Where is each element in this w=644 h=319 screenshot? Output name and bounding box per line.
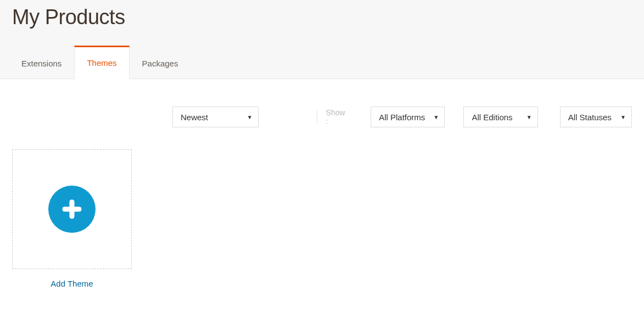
edition-value: All Editions xyxy=(472,113,512,122)
sort-select[interactable]: Newest ▼ xyxy=(172,107,259,127)
plus-icon xyxy=(60,197,84,221)
status-value: All Statuses xyxy=(568,113,612,122)
status-select[interactable]: All Statuses ▼ xyxy=(560,107,632,127)
plus-circle-icon xyxy=(48,186,96,233)
filters-row: Newest ▼ Show : All Platforms ▼ All Edit… xyxy=(0,79,644,149)
tab-themes[interactable]: Themes xyxy=(74,46,129,79)
tab-packages[interactable]: Packages xyxy=(130,46,191,79)
caret-down-icon: ▼ xyxy=(527,114,532,120)
themes-grid: Add Theme xyxy=(0,149,644,305)
caret-down-icon: ▼ xyxy=(247,114,253,120)
platform-select[interactable]: All Platforms ▼ xyxy=(371,107,445,127)
add-theme-box xyxy=(12,149,132,269)
caret-down-icon: ▼ xyxy=(620,114,626,120)
caret-down-icon: ▼ xyxy=(433,114,439,120)
add-theme-caption: Add Theme xyxy=(51,279,93,288)
add-theme-card[interactable]: Add Theme xyxy=(12,149,132,288)
sort-value: Newest xyxy=(181,113,208,122)
tab-extensions[interactable]: Extensions xyxy=(9,46,74,79)
edition-select[interactable]: All Editions ▼ xyxy=(463,107,537,127)
show-label: Show : xyxy=(317,110,349,124)
platform-value: All Platforms xyxy=(379,113,425,122)
header-region: My Products Extensions Themes Packages xyxy=(0,0,644,79)
tabs: Extensions Themes Packages xyxy=(9,46,632,79)
svg-rect-1 xyxy=(63,206,82,211)
page-title: My Products xyxy=(12,3,632,46)
